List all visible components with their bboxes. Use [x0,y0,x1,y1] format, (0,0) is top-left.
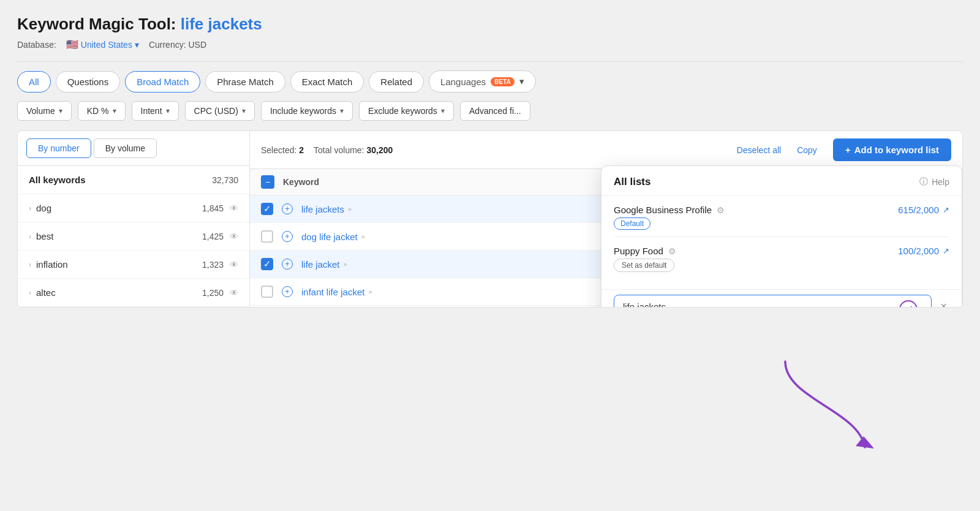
list-entries: Google Business Profile ⚙ Default 615/2,… [601,196,962,289]
check-icon [904,305,913,308]
sort-bar: By number By volume [18,131,249,166]
total-volume: Total volume: 30,200 [314,145,393,155]
list-entry-puppy: Puppy Food ⚙ Set as default 100/2,000 ↗ [614,246,949,272]
keyword-link[interactable]: life jackets » [301,204,352,214]
add-keyword-icon[interactable]: + [282,203,293,214]
list-name[interactable]: Puppy Food [614,246,663,256]
header: Keyword Magic Tool: life jackets Databas… [17,15,963,50]
tab-all[interactable]: All [17,71,51,93]
kd-filter[interactable]: KD % ▾ [78,101,126,121]
list-entry-google: Google Business Profile ⚙ Default 615/2,… [614,205,949,228]
table-header-bar: Selected: 2 Total volume: 30,200 Deselec… [250,131,962,169]
list-item[interactable]: › dog 1,845 👁 [18,194,249,222]
chevron-down-icon: ▾ [135,40,139,50]
eye-icon[interactable]: 👁 [230,232,238,241]
tab-exact-match[interactable]: Exact Match [290,71,364,93]
external-link-icon: ↗ [943,246,949,255]
chevron-down-icon: ▾ [113,107,116,115]
info-icon: ⓘ [919,176,928,187]
default-badge: Default [614,218,650,230]
chevron-down-icon: ▾ [59,107,62,115]
new-list-row: × [601,290,962,308]
sort-by-volume[interactable]: By volume [94,138,157,158]
chevron-down-icon: ▾ [519,76,524,87]
list-item[interactable]: › altec 1,250 👁 [18,279,249,307]
list-item[interactable]: › best 1,425 👁 [18,222,249,251]
select-all-checkbox[interactable]: − [261,175,274,189]
tab-questions[interactable]: Questions [56,71,121,93]
list-name[interactable]: Google Business Profile [614,205,712,215]
chevron-down-icon: ▾ [242,107,246,115]
db-row: Database: 🇺🇸 United States ▾ Currency: U… [17,39,963,50]
exclude-keywords-filter[interactable]: Exclude keywords ▾ [359,101,454,121]
row-checkbox[interactable] [261,230,273,243]
add-keyword-icon[interactable]: + [282,286,293,297]
eye-icon[interactable]: 👁 [230,260,238,270]
add-keyword-icon[interactable]: + [282,231,293,242]
chevron-down-icon: ▾ [441,107,445,115]
chevron-right-icon: » [344,260,347,268]
new-list-input[interactable] [614,295,932,308]
close-new-list-button[interactable]: × [938,298,949,308]
selected-info: Selected: 2 [261,145,304,155]
languages-label: Languages [440,77,486,87]
list-count[interactable]: 615/2,000 ↗ [898,205,949,215]
tab-phrase-match[interactable]: Phrase Match [205,71,285,93]
filter-row: Volume ▾ KD % ▾ Intent ▾ CPC (USD) ▾ Inc… [17,101,963,121]
divider [17,61,963,62]
divider [614,237,949,237]
svg-marker-0 [856,436,874,449]
keyword-list-dropdown: All lists ⓘ Help Google Business Profile… [601,165,962,308]
eye-icon[interactable]: 👁 [230,288,238,298]
row-checkbox[interactable] [261,286,273,298]
right-panel: Selected: 2 Total volume: 30,200 Deselec… [250,131,963,308]
tab-broad-match[interactable]: Broad Match [125,71,200,93]
chevron-right-icon: › [29,232,31,241]
lock-icon: ⚙ [668,246,676,256]
languages-dropdown[interactable]: Languages beta ▾ [429,70,536,93]
row-checkbox[interactable]: ✓ [261,203,273,215]
keyword-link[interactable]: dog life jacket » [301,232,365,242]
chevron-right-icon: › [29,289,31,297]
keyword-link[interactable]: life jacket » [301,259,347,270]
set-as-default-button[interactable]: Set as default [614,259,674,272]
match-tabs: All Questions Broad Match Phrase Match E… [17,70,963,93]
intent-filter[interactable]: Intent ▾ [132,101,179,121]
chevron-right-icon: › [29,204,31,213]
add-to-keyword-list-button[interactable]: + Add to keyword list [833,138,951,161]
popup-title: All lists [614,176,650,188]
row-checkbox[interactable]: ✓ [261,258,273,270]
keyword-link[interactable]: infant life jacket » [301,287,372,297]
beta-badge: beta [491,77,514,86]
tab-related[interactable]: Related [369,71,424,93]
volume-filter[interactable]: Volume ▾ [17,101,72,121]
chevron-right-icon: › [29,260,31,269]
advanced-filter[interactable]: Advanced fi... [460,101,530,121]
purple-arrow [761,349,883,461]
list-item[interactable]: All keywords 32,730 [18,166,249,194]
chevron-right-icon: » [348,205,352,213]
lock-icon: ⚙ [717,205,725,215]
include-keywords-filter[interactable]: Include keywords ▾ [261,101,353,121]
main-content: By number By volume All keywords 32,730 … [17,131,963,308]
deselect-all-button[interactable]: Deselect all [737,145,781,155]
external-link-icon: ↗ [943,205,949,214]
left-panel: By number By volume All keywords 32,730 … [17,131,250,308]
add-keyword-icon[interactable]: + [282,259,293,270]
page-title: Keyword Magic Tool: life jackets [17,15,963,34]
eye-icon[interactable]: 👁 [230,203,238,213]
keyword-list: All keywords 32,730 › dog 1,845 👁 [18,166,249,307]
flag-icon: 🇺🇸 [66,39,78,50]
chevron-right-icon: » [368,288,372,295]
page: Keyword Magic Tool: life jackets Databas… [0,0,980,511]
popup-header: All lists ⓘ Help [601,166,962,196]
database-selector[interactable]: 🇺🇸 United States ▾ [66,39,139,50]
copy-button[interactable]: Copy [791,142,823,159]
sort-by-number[interactable]: By number [26,138,91,158]
list-item[interactable]: › inflation 1,323 👁 [18,251,249,279]
cpc-filter[interactable]: CPC (USD) ▾ [185,101,255,121]
chevron-down-icon: ▾ [340,107,344,115]
list-count[interactable]: 100/2,000 ↗ [898,246,949,256]
help-link[interactable]: ⓘ Help [919,176,949,187]
keyword-column-header: Keyword [283,177,319,187]
